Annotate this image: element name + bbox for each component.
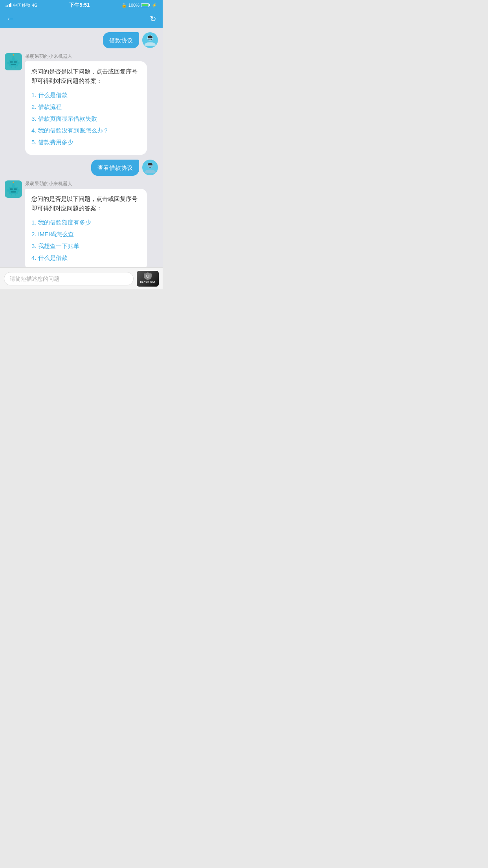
bot-bubble-2: 您问的是否是以下问题，点击或回复序号即可得到对应问题的答案： 1. 我的借款额度… [25,189,147,267]
battery-percent: 100% [128,3,139,7]
bot-option-1-4[interactable]: 4. 我的借款没有到账怎么办？ [31,126,141,135]
bot-avatar-2 [5,180,22,198]
bot-option-2-1[interactable]: 1. 我的借款额度有多少 [31,218,141,227]
bot-option-2-4[interactable]: 4. 什么是借款 [31,253,141,263]
svg-rect-30 [15,194,16,195]
bot-intro-1: 您问的是否是以下问题，点击或回复序号即可得到对应问题的答案： [31,67,141,86]
bot-message-2: 呆萌呆萌的小来机器人 您问的是否是以下问题，点击或回复序号即可得到对应问题的答案… [5,180,158,267]
svg-rect-4 [9,60,18,66]
black-cat-watermark: BLACK CAT [137,271,159,287]
status-right: 🔒 100% ⚡ [121,3,157,8]
chat-area: 借款协议 [0,28,163,267]
black-cat-label: BLACK CAT [140,281,155,283]
svg-point-15 [13,54,14,55]
bot-bubble-1: 您问的是否是以下问题，点击或回复序号即可得到对应问题的答案： 1. 什么是借款 … [25,61,147,155]
user-bubble-2: 查看借款协议 [91,160,139,176]
user-avatar-2 [142,160,158,175]
bot-intro-2: 您问的是否是以下问题，点击或回复序号即可得到对应问题的答案： [31,194,141,213]
svg-rect-24 [11,191,16,192]
svg-rect-13 [15,66,16,68]
svg-rect-8 [12,58,15,60]
bot-message-1: 呆萌呆萌的小来机器人 您问的是否是以下问题，点击或回复序号即可得到对应问题的答案… [5,53,158,155]
bot-content-1: 呆萌呆萌的小来机器人 您问的是否是以下问题，点击或回复序号即可得到对应问题的答案… [25,53,158,155]
black-cat-icon [143,272,152,280]
battery-icon [141,3,150,7]
svg-point-33 [146,276,147,277]
svg-rect-7 [11,64,16,65]
bot-name-2: 呆萌呆萌的小来机器人 [25,180,158,187]
svg-rect-12 [11,66,12,68]
svg-rect-22 [10,188,13,190]
user-message-1: 借款协议 [5,32,158,48]
signal-icon [6,3,11,7]
bot-avatar-1 [5,53,22,70]
carrier-label: 中国移动 [13,2,30,8]
lock-icon: 🔒 [121,3,127,8]
svg-rect-25 [12,185,15,188]
bot-option-1-3[interactable]: 3. 借款页面显示借款失败 [31,114,141,123]
svg-point-9 [12,56,14,58]
svg-rect-17 [14,61,17,61]
bot-content-2: 呆萌呆萌的小来机器人 您问的是否是以下问题，点击或回复序号即可得到对应问题的答案… [25,180,158,267]
svg-rect-16 [10,61,13,61]
input-bar: BLACK CAT [0,267,163,289]
svg-rect-21 [9,187,18,194]
bot-name-1: 呆萌呆萌的小来机器人 [25,53,158,60]
svg-rect-27 [7,189,8,192]
svg-rect-29 [11,194,12,195]
bot-option-1-5[interactable]: 5. 借款费用多少 [31,138,141,147]
network-label: 4G [32,3,38,7]
time-label: 下午5:51 [69,2,90,9]
svg-point-26 [12,183,14,185]
status-left: 中国移动 4G [6,2,38,8]
bot-option-2-2[interactable]: 2. IMEI码怎么查 [31,230,141,239]
chat-input[interactable] [4,272,134,285]
svg-rect-11 [18,62,19,64]
refresh-button[interactable]: ↻ [150,14,156,24]
svg-rect-28 [18,189,19,192]
back-button[interactable]: ← [6,15,15,23]
charging-icon: ⚡ [152,3,157,8]
bot-option-1-1[interactable]: 1. 什么是借款 [31,90,141,100]
svg-rect-23 [14,188,17,190]
nav-bar: ← ↻ [0,9,163,28]
bot-option-1-2[interactable]: 2. 借款流程 [31,102,141,112]
user-bubble-1: 借款协议 [103,32,139,48]
status-bar: 中国移动 4G 下午5:51 🔒 100% ⚡ [0,0,163,9]
user-message-2: 查看借款协议 [5,160,158,176]
svg-rect-10 [7,62,8,64]
svg-point-32 [13,182,14,183]
svg-point-34 [149,276,150,277]
bot-option-2-3[interactable]: 3. 我想查一下账单 [31,241,141,251]
user-avatar-1 [142,32,158,48]
